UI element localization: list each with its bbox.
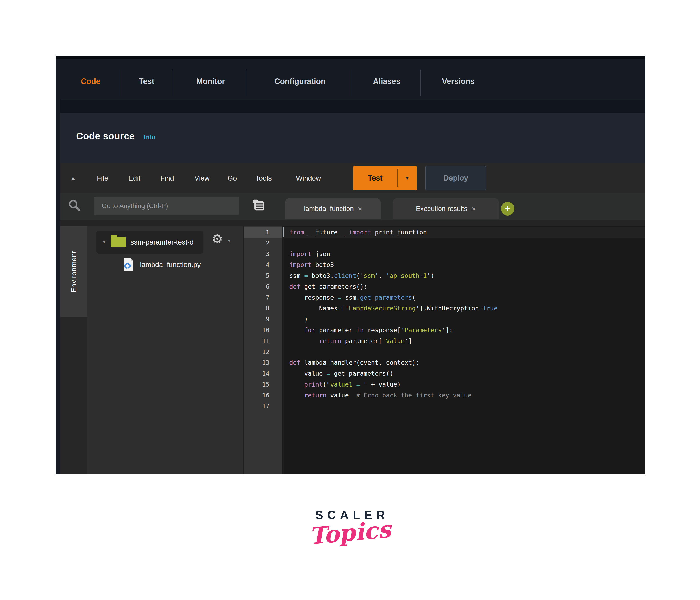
code-text (284, 346, 646, 357)
page: Code Test Monitor Configuration Aliases … (0, 0, 700, 600)
code-text: ssm = boto3.client('ssm', 'ap-south-1') (284, 270, 646, 281)
add-tab-button[interactable]: + (501, 202, 515, 216)
code-text: def get_parameters(): (284, 281, 646, 292)
collapse-arrow-icon[interactable]: ▲ (70, 175, 76, 181)
folder-name: ssm-paramter-test-d (130, 238, 194, 246)
info-link[interactable]: Info (143, 133, 155, 141)
code-line-8[interactable]: 8 Names=['LambdaSecureString'],WithDecry… (244, 303, 646, 314)
panel-top-strip (56, 56, 646, 59)
environment-label: Environment (70, 251, 78, 293)
code-line-6[interactable]: 6def get_parameters(): (244, 281, 646, 292)
code-line-4[interactable]: 4import boto3 (244, 259, 646, 270)
line-number[interactable]: 15 (244, 379, 282, 390)
line-number[interactable]: 1 (244, 227, 282, 238)
tab-aliases[interactable]: Aliases (373, 77, 400, 86)
code-text: value = get_parameters() (284, 368, 646, 379)
code-text: Names=['LambdaSecureString'],WithDecrypt… (284, 303, 646, 314)
code-lines: 1from __future__ import print_function23… (244, 227, 646, 412)
code-text: ) (284, 314, 646, 325)
line-number[interactable]: 11 (244, 335, 282, 346)
code-line-7[interactable]: 7 response = ssm.get_parameters( (244, 292, 646, 303)
menu-go[interactable]: Go (227, 174, 237, 182)
menu-edit[interactable]: Edit (128, 174, 141, 182)
file-name: lambda_function.py (140, 260, 201, 269)
tab-configuration[interactable]: Configuration (274, 77, 325, 86)
tab-versions[interactable]: Versions (442, 77, 475, 86)
line-number[interactable]: 5 (244, 270, 282, 281)
editor-tab-execution-results[interactable]: Execution results × (393, 198, 499, 219)
code-text: return value # Echo back the first key v… (284, 390, 646, 401)
gear-icon[interactable]: ⚙ (211, 232, 223, 245)
line-number[interactable]: 17 (244, 401, 282, 412)
python-file-icon (123, 258, 134, 271)
test-button-label: Test (353, 166, 397, 191)
code-line-13[interactable]: 13def lambda_handler(event, context): (244, 357, 646, 368)
folder-caret-icon[interactable]: ▼ (102, 239, 107, 245)
line-number[interactable]: 2 (244, 238, 282, 249)
code-line-14[interactable]: 14 value = get_parameters() (244, 368, 646, 379)
ide-menubar: ▲ File Edit Find View Go Tools Window Te… (60, 163, 646, 193)
code-line-5[interactable]: 5ssm = boto3.client('ssm', 'ap-south-1') (244, 270, 646, 281)
line-number[interactable]: 13 (244, 357, 282, 368)
code-text: print("value1 = " + value) (284, 379, 646, 390)
code-line-16[interactable]: 16 return value # Echo back the first ke… (244, 390, 646, 401)
close-icon[interactable]: × (358, 205, 362, 213)
line-number[interactable]: 9 (244, 314, 282, 325)
scaler-topics-logo: SCALER Topics (309, 508, 391, 547)
code-text: def lambda_handler(event, context): (284, 357, 646, 368)
file-tabs-list-icon[interactable] (252, 198, 266, 211)
code-text: for parameter in response['Parameters']: (284, 325, 646, 335)
code-line-17[interactable]: 17 (244, 401, 646, 412)
menu-window[interactable]: Window (296, 174, 321, 182)
menu-file[interactable]: File (97, 174, 108, 182)
environment-rail-lower (60, 317, 88, 474)
line-number[interactable]: 8 (244, 303, 282, 314)
menu-find[interactable]: Find (160, 174, 174, 182)
environment-rail[interactable]: Environment (60, 226, 88, 317)
editor-tab-label: lambda_function (304, 205, 354, 212)
tab-monitor[interactable]: Monitor (196, 77, 225, 86)
code-editor[interactable]: 1from __future__ import print_function23… (243, 226, 646, 474)
tree-folder-row[interactable]: ▼ ssm-paramter-test-d (96, 230, 203, 254)
goto-anything-input[interactable] (94, 197, 239, 215)
tab-separator (119, 70, 119, 96)
menu-tools[interactable]: Tools (255, 174, 272, 182)
line-number[interactable]: 10 (244, 325, 282, 335)
code-source-header: Code source Info (60, 113, 646, 163)
line-number[interactable]: 7 (244, 292, 282, 303)
code-text: from __future__ import print_function (284, 227, 646, 238)
tab-separator (420, 70, 421, 96)
tab-code[interactable]: Code (81, 77, 100, 86)
search-icon[interactable] (68, 198, 81, 212)
test-dropdown-icon[interactable]: ▼ (398, 166, 417, 191)
code-line-10[interactable]: 10 for parameter in response['Parameters… (244, 325, 646, 335)
search-tab-row: lambda_function × Execution results × + (60, 193, 646, 220)
test-button[interactable]: Test ▼ (353, 166, 417, 191)
editor-tab-label: Execution results (416, 205, 467, 212)
code-line-9[interactable]: 9 ) (244, 314, 646, 325)
lambda-console-panel: Code Test Monitor Configuration Aliases … (56, 56, 646, 474)
deploy-button[interactable]: Deploy (425, 166, 486, 191)
close-icon[interactable]: × (472, 205, 476, 213)
code-line-2[interactable]: 2 (244, 238, 646, 249)
tree-file-row[interactable]: lambda_function.py (123, 258, 201, 271)
code-line-12[interactable]: 12 (244, 346, 646, 357)
gear-dropdown-icon[interactable]: ▾ (228, 239, 230, 244)
code-line-3[interactable]: 3import json (244, 249, 646, 259)
tab-separator (247, 70, 247, 96)
editor-tab-lambda-function[interactable]: lambda_function × (285, 198, 381, 219)
line-number[interactable]: 12 (244, 346, 282, 357)
function-tabbar: Code Test Monitor Configuration Aliases … (56, 59, 646, 100)
line-number[interactable]: 4 (244, 259, 282, 270)
line-number[interactable]: 16 (244, 390, 282, 401)
code-line-11[interactable]: 11 return parameter['Value'] (244, 335, 646, 346)
code-text: response = ssm.get_parameters( (284, 292, 646, 303)
line-number[interactable]: 6 (244, 281, 282, 292)
code-line-15[interactable]: 15 print("value1 = " + value) (244, 379, 646, 390)
menu-view[interactable]: View (194, 174, 209, 182)
line-number[interactable]: 14 (244, 368, 282, 379)
code-text: import json (284, 249, 646, 259)
tab-test[interactable]: Test (139, 77, 154, 86)
code-line-1[interactable]: 1from __future__ import print_function (244, 227, 646, 238)
line-number[interactable]: 3 (244, 249, 282, 259)
